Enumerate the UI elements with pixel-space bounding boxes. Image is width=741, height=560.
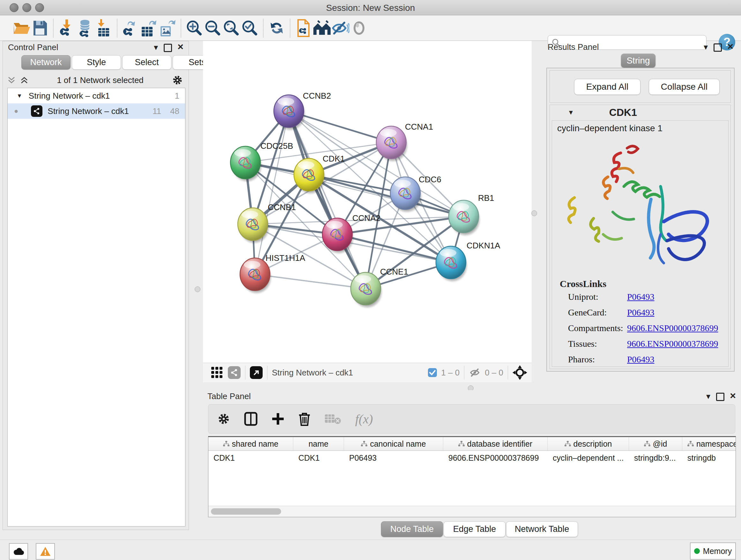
string-view-icon[interactable] (228, 366, 241, 379)
network-options-gear-icon[interactable] (172, 75, 183, 85)
window-title: Session: New Session (0, 3, 741, 13)
tab-edge-table[interactable]: Edge Table (444, 521, 506, 537)
section-caret-icon[interactable]: ▼ (568, 109, 574, 116)
share-file-icon[interactable] (294, 18, 313, 38)
panel-float-icon[interactable] (716, 393, 724, 401)
left-splitter-handle[interactable] (195, 287, 200, 292)
zoom-fit-icon[interactable] (222, 18, 241, 38)
crosslink-link[interactable]: P06493 (627, 292, 655, 302)
edge-HIST1H1A-CCNE1[interactable] (255, 274, 366, 289)
network-node-count: 11 (152, 106, 161, 116)
tab-select[interactable]: Select (122, 55, 172, 70)
table-options-gear-icon[interactable] (217, 413, 230, 425)
function-builder-icon[interactable]: f(x) (355, 412, 373, 427)
current-network-name: String Network – cdk1 (272, 368, 353, 378)
tab-network[interactable]: Network (21, 55, 71, 70)
zoom-in-icon[interactable] (185, 18, 204, 38)
node-CDK1[interactable]: CDK1 (294, 154, 345, 193)
hidden-eye-slash-icon[interactable] (469, 368, 482, 378)
zoom-out-icon[interactable] (204, 18, 222, 38)
crosslink-link[interactable]: P06493 (627, 354, 655, 365)
show-all-icon[interactable] (350, 18, 368, 38)
crosslink-link[interactable]: P06493 (627, 307, 655, 318)
table-cell[interactable]: stringdb:9... (629, 453, 682, 462)
network-row[interactable]: ● String Network – cdk1 11 48 (8, 104, 185, 119)
collapse-all-icon[interactable] (7, 76, 16, 84)
node-label-CCNB2: CCNB2 (303, 91, 331, 101)
panel-float-icon[interactable] (714, 44, 722, 52)
panel-close-icon[interactable]: × (727, 42, 733, 51)
open-session-icon[interactable] (12, 18, 30, 38)
delete-table-icon[interactable] (325, 413, 341, 425)
column-header-canonical-name[interactable]: canonical name (344, 437, 443, 450)
panel-menu-icon[interactable]: ▾ (706, 391, 711, 401)
delete-column-icon[interactable] (298, 412, 311, 426)
node-RB1[interactable]: RB1 (449, 193, 494, 235)
tab-style[interactable]: Style (72, 55, 121, 70)
save-session-icon[interactable] (30, 18, 49, 38)
string-network-icon (31, 105, 43, 117)
string-home-icon[interactable] (313, 18, 331, 38)
column-header-name[interactable]: name (293, 437, 344, 450)
column-header-description[interactable]: description (548, 437, 629, 450)
crosslink-link[interactable]: 9606.ENSP00000378699 (627, 339, 718, 349)
import-network-icon[interactable] (57, 18, 76, 38)
column-header-database-identifier[interactable]: database identifier (443, 437, 548, 450)
hscrollbar-thumb[interactable] (211, 508, 281, 515)
selected-checkbox-icon[interactable] (428, 368, 437, 377)
expand-all-button[interactable]: Expand All (574, 79, 641, 95)
gene-section-header[interactable]: ▼ CDK1 (550, 105, 731, 120)
table-panel-header: Table Panel ▾ × (202, 390, 741, 402)
panel-menu-icon[interactable]: ▾ (704, 42, 708, 52)
panel-menu-icon[interactable]: ▾ (154, 43, 158, 52)
shared-column-icon (223, 441, 229, 447)
tab-string[interactable]: String (621, 54, 656, 68)
node-HIST1H1A[interactable]: HIST1H1A (240, 253, 306, 293)
collection-caret-icon[interactable]: ▼ (17, 92, 22, 99)
hide-selected-icon[interactable] (331, 18, 350, 38)
detach-view-icon[interactable] (250, 366, 263, 379)
table-hscrollbar[interactable] (208, 506, 736, 517)
table-cell[interactable]: CDK1 (293, 453, 344, 462)
import-table-icon[interactable] (94, 18, 113, 38)
table-cell[interactable]: cyclin–dependent ... (548, 453, 629, 462)
refresh-icon[interactable] (267, 18, 286, 38)
import-network-database-icon[interactable] (76, 18, 94, 38)
tab-node-table[interactable]: Node Table (381, 521, 443, 537)
right-splitter-handle[interactable] (531, 210, 537, 216)
memory-label: Memory (703, 547, 732, 556)
export-table-icon[interactable] (140, 18, 158, 38)
column-header-@id[interactable]: @id (629, 437, 682, 450)
panel-close-icon[interactable]: × (178, 43, 184, 51)
table-row[interactable]: CDK1CDK1P064939606.ENSP00000378699cyclin… (208, 451, 736, 465)
panel-close-icon[interactable]: × (730, 391, 736, 400)
node-CCNA1[interactable]: CCNA1 (376, 122, 433, 161)
export-image-icon[interactable] (158, 18, 177, 38)
tab-network-table[interactable]: Network Table (506, 521, 578, 537)
crosslink-link[interactable]: 9606.ENSP00000378699 (627, 323, 718, 333)
warning-status-button[interactable] (36, 543, 55, 560)
birdseye-view-icon[interactable] (513, 365, 527, 380)
expand-all-icon[interactable] (20, 76, 28, 84)
collapse-all-button[interactable]: Collapse All (649, 79, 720, 95)
node-CDKN1A[interactable]: CDKN1A (436, 241, 500, 281)
zoom-selected-icon[interactable] (241, 18, 259, 38)
column-header-namespace[interactable]: namespace (682, 437, 736, 450)
table-cell[interactable]: P06493 (344, 453, 443, 462)
network-canvas[interactable]: CCNB2CCNA1CDC25BCDK1CDC6RB1CCNB1CCNA2CDK… (203, 41, 532, 363)
export-network-icon[interactable] (121, 18, 140, 38)
table-cell[interactable]: CDK1 (208, 453, 293, 462)
grid-view-icon[interactable] (211, 366, 223, 379)
network-collection-row[interactable]: ▼ String Network – cdk1 1 (8, 88, 185, 104)
add-column-icon[interactable] (272, 413, 284, 425)
node-CDC6[interactable]: CDC6 (390, 175, 441, 212)
panel-float-icon[interactable] (164, 44, 172, 52)
network-graph[interactable]: CCNB2CCNA1CDC25BCDK1CDC6RB1CCNB1CCNA2CDK… (203, 41, 532, 363)
cloud-status-button[interactable] (9, 543, 28, 560)
table-cell[interactable]: stringdb (682, 453, 736, 462)
column-header-shared-name[interactable]: shared name (208, 437, 293, 450)
table-cell[interactable]: 9606.ENSP00000378699 (443, 453, 548, 462)
selected-count: 1 – 0 (441, 368, 460, 378)
memory-button[interactable]: Memory (690, 543, 736, 560)
show-columns-icon[interactable] (244, 412, 258, 426)
